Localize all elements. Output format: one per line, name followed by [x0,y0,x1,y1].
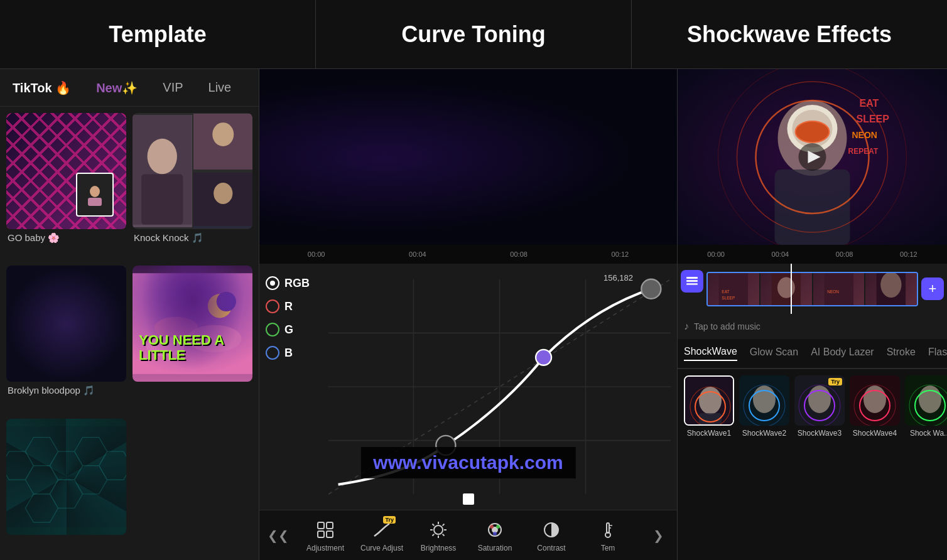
template-label-knock-knock: Knock Knock 🎵 [133,232,252,244]
time-8: 00:08 [468,250,570,258]
contrast-label: Contrast [537,544,565,552]
channel-r[interactable]: R [266,299,328,313]
toolbar-saturation[interactable]: Saturation [473,519,517,552]
toolbar-adjustment[interactable]: Adjustment [303,519,347,552]
template-tab-bar: TikTok 🔥 New✨ VIP Live [0,69,259,107]
b-dot [266,346,279,360]
tab-tiktok[interactable]: TikTok 🔥 [6,77,77,99]
svg-point-69 [493,532,497,536]
temperature-label: Tem [601,544,615,552]
playhead [791,264,792,314]
try-badge: Try [383,516,396,524]
svg-line-64 [433,534,435,536]
svg-point-33 [507,72,626,191]
tab-ai-body[interactable]: AI Body Lazer [811,347,874,360]
template-card-go-baby[interactable]: GO baby 🌸 [6,113,126,259]
tab-flash[interactable]: Flash [928,347,947,360]
template-card-hexagon[interactable] [6,419,126,554]
layers-icon[interactable] [681,270,703,293]
toolbar-contrast[interactable]: Contrast [529,519,573,552]
tab-glow-scan[interactable]: Glow Scan [750,347,798,360]
curve-panel: 00:00 00:04 00:08 00:12 RGB R G [259,69,677,560]
track-frame-4 [865,273,917,305]
channel-rgb[interactable]: RGB [266,276,328,290]
svg-point-109 [753,385,776,413]
svg-point-56 [434,525,443,534]
toolbar-temperature[interactable]: Tem [586,519,630,552]
svg-point-38 [439,100,463,124]
svg-rect-71 [607,523,609,533]
svg-rect-99 [824,273,853,305]
b-label: B [284,347,293,360]
svg-rect-54 [318,531,324,537]
effect-shockwave5[interactable]: Shock Wa... [905,375,947,554]
curve-value: 156,182 [603,273,633,283]
sw-time-12: 00:12 [877,250,941,258]
track-frame-2 [760,273,812,305]
tab-new[interactable]: New✨ [90,77,144,99]
shockwave-panel: EAT SLEEP NEON REPEAT 00:00 00:04 00:08 … [677,69,947,560]
track-frame-1: EATSLEEP [708,273,759,305]
effect-shockwave2[interactable]: ShockWave2 [739,375,789,554]
shockwave2-thumb [739,375,789,426]
toolbar-curve-adjust[interactable]: Try Curve Adjust [360,519,404,552]
time-4: 00:04 [367,250,468,258]
shockwave-track: EATSLEEP NEON + [678,264,947,314]
knock-main-photo [133,115,192,227]
knock-cell-1 [193,114,253,170]
track-frame-3: NEON [813,273,865,305]
svg-point-8 [214,183,232,204]
svg-point-121 [919,385,941,413]
toolbar-brightness[interactable]: Brightness [416,519,460,552]
effect-shockwave4[interactable]: ShockWave4 [850,375,900,554]
tab-shockwave[interactable]: ShockWave [684,346,737,361]
template-label-go-baby: GO baby 🌸 [6,232,126,244]
template-title: Template [109,21,206,48]
tab-stroke[interactable]: Stroke [887,347,916,360]
svg-point-104 [699,387,722,414]
effect-shockwave3[interactable]: Try ShockWave3 [794,375,845,554]
template-section-header: Template [0,0,315,68]
sw-time-8: 00:08 [813,250,877,258]
svg-marker-27 [75,437,107,465]
svg-point-49 [536,350,551,365]
template-card-knock-knock[interactable]: Knock Knock 🎵 [133,113,252,259]
rgb-dot [266,276,279,290]
svg-rect-53 [327,522,333,529]
template-card-you-need[interactable]: YOU NEED ALITTLE [133,266,252,412]
template-panel: TikTok 🔥 New✨ VIP Live [0,69,259,560]
tab-live[interactable]: Live [202,77,238,98]
curve-graph[interactable]: 156,182 [328,270,671,503]
shockwave-title: Shockwave Effects [687,21,892,48]
shockwave5-label: Shock Wa... [910,429,947,438]
toolbar-bottom: ❮❮ Adjustment Try [259,510,677,560]
g-label: G [284,323,293,337]
add-track-button[interactable]: + [921,277,944,300]
template-card-brooklyn[interactable]: Broklyn bloodpop 🎵 [6,266,126,412]
back-button[interactable]: ❮❮ [266,523,291,548]
svg-point-10 [41,290,90,345]
svg-point-34 [507,106,626,157]
channel-b[interactable]: B [266,346,328,360]
svg-rect-92 [686,280,698,282]
svg-rect-9 [6,274,126,375]
svg-text:EAT: EAT [860,98,879,109]
tab-vip[interactable]: VIP [156,77,189,98]
effects-tabs: ShockWave Glow Scan AI Body Lazer Stroke… [678,339,947,369]
curve-handle-bottom[interactable] [463,493,474,505]
effect-shockwave1[interactable]: ShockWave1 [684,375,734,554]
channel-g[interactable]: G [266,323,328,337]
svg-line-63 [443,524,445,525]
svg-text:SLEEP: SLEEP [857,114,890,124]
template-thumb-hexagon [6,419,126,535]
adjustment-label: Adjustment [306,544,344,552]
adjustment-icon [314,519,337,541]
more-button[interactable]: ❯ [646,523,671,548]
music-row[interactable]: ♪ Tap to add music [678,314,947,339]
shockwave-timeline: 00:00 00:04 00:08 00:12 [678,245,947,264]
r-dot [266,299,279,313]
sw-time-4: 00:04 [748,250,812,258]
template-thumb-you-need: YOU NEED ALITTLE [133,266,252,382]
svg-text:EAT: EAT [722,289,729,294]
go-baby-selfie [76,173,114,217]
